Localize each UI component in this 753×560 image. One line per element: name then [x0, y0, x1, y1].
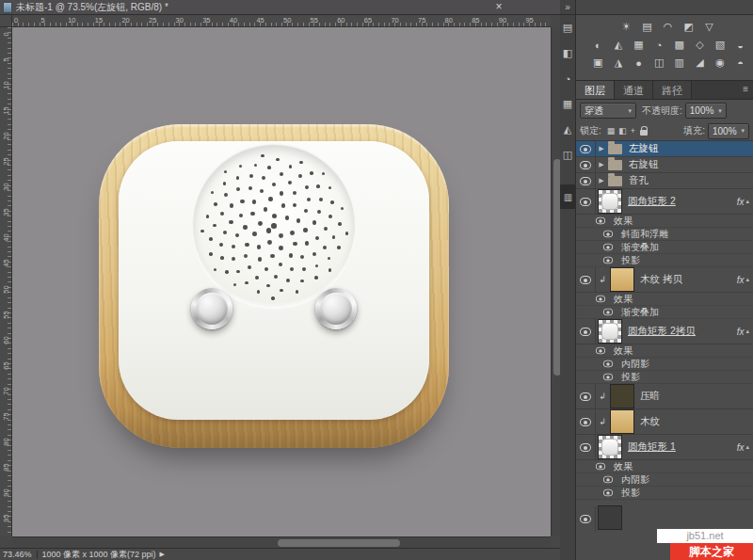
- adjustment-icon-9[interactable]: ◔: [650, 37, 668, 53]
- fx-badge[interactable]: fx: [737, 197, 746, 207]
- collapsed-panel-icon-4[interactable]: ▦: [560, 91, 575, 117]
- adjustment-icon-2[interactable]: ▤: [638, 19, 656, 35]
- visibility-toggle[interactable]: [576, 267, 596, 292]
- layer-name[interactable]: 压暗: [640, 390, 660, 403]
- layer-name[interactable]: 右旋钮: [629, 158, 659, 171]
- adjustment-icon-4[interactable]: ◩: [680, 19, 697, 35]
- fx-collapse-icon[interactable]: ▴: [745, 276, 753, 283]
- collapsed-panel-icon-2[interactable]: ◧: [560, 40, 575, 66]
- fx-collapse-icon[interactable]: ▴: [745, 198, 753, 205]
- eye-icon[interactable]: [596, 217, 605, 225]
- adjustment-icon-14[interactable]: ▣: [589, 55, 607, 71]
- layer-thumbnail[interactable]: [611, 268, 633, 291]
- effect-row[interactable]: 效果: [576, 215, 753, 228]
- eye-icon[interactable]: [596, 296, 605, 303]
- adjustment-icon-5[interactable]: ▽: [700, 19, 718, 35]
- eye-icon[interactable]: [596, 463, 605, 471]
- visibility-toggle[interactable]: [576, 435, 596, 459]
- eye-icon[interactable]: [603, 374, 613, 381]
- visibility-toggle[interactable]: [576, 157, 596, 172]
- adjustment-icon-11[interactable]: ◇: [691, 37, 709, 53]
- adjustment-icon-18[interactable]: ▥: [671, 55, 689, 71]
- adjustment-icon-19[interactable]: ◢: [691, 55, 709, 71]
- layer-name[interactable]: 木纹 拷贝: [640, 273, 682, 286]
- expand-triangle-icon[interactable]: ▶: [596, 177, 607, 184]
- collapsed-panel-icon-1[interactable]: ▤: [560, 15, 575, 40]
- eye-icon[interactable]: [603, 244, 613, 251]
- visibility-toggle[interactable]: [576, 189, 596, 214]
- layer-thumbnail[interactable]: [611, 410, 633, 433]
- layer-row[interactable]: ▶音孔: [576, 173, 753, 189]
- collapsed-panel-icon-5[interactable]: ◭: [560, 117, 575, 142]
- adjustment-icon-17[interactable]: ◫: [650, 55, 668, 71]
- adjustment-icon-20[interactable]: ◉: [712, 55, 729, 71]
- expand-triangle-icon[interactable]: ▶: [596, 161, 607, 168]
- eye-icon[interactable]: [603, 360, 613, 368]
- adjustment-icon-8[interactable]: ▦: [630, 37, 648, 53]
- adjustment-icon-10[interactable]: ▩: [671, 37, 689, 53]
- canvas[interactable]: [12, 27, 551, 536]
- expand-panels-icon[interactable]: »: [560, 0, 575, 15]
- layer-name[interactable]: 圆角矩形 2: [628, 195, 676, 208]
- layer-row[interactable]: 圆角矩形 2拷贝fx▴: [576, 319, 753, 344]
- layer-name[interactable]: 圆角矩形 2拷贝: [628, 325, 696, 338]
- collapsed-panel-tab[interactable]: ▥: [560, 184, 576, 209]
- tab-channels[interactable]: 通道: [615, 81, 653, 99]
- eye-icon[interactable]: [603, 489, 613, 497]
- visibility-toggle[interactable]: [576, 141, 596, 156]
- adjustment-icon-16[interactable]: ●: [630, 55, 648, 71]
- horizontal-scrollbar[interactable]: [12, 536, 551, 548]
- tab-layers[interactable]: 图层: [576, 81, 615, 99]
- lock-position-icon[interactable]: +: [631, 126, 635, 136]
- adjustment-icon-12[interactable]: ▧: [712, 37, 729, 53]
- layer-row[interactable]: ▶左旋钮: [576, 141, 753, 157]
- lock-transparent-pixels-icon[interactable]: ▦: [607, 126, 616, 136]
- adjustment-icon-1[interactable]: ☀: [617, 19, 635, 35]
- effect-row[interactable]: 内阴影: [576, 358, 753, 371]
- adjustment-icon-7[interactable]: ◭: [610, 37, 628, 53]
- layer-name[interactable]: 左旋钮: [629, 142, 659, 155]
- layer-thumbnail[interactable]: [599, 506, 621, 529]
- layer-thumbnail[interactable]: [599, 320, 621, 343]
- visibility-toggle[interactable]: [576, 173, 596, 188]
- fx-badge[interactable]: fx: [737, 275, 746, 285]
- effect-row[interactable]: 效果: [576, 344, 753, 358]
- effect-row[interactable]: 投影: [576, 371, 753, 384]
- layer-name[interactable]: 圆角矩形 1: [628, 440, 676, 454]
- layer-row[interactable]: ▶右旋钮: [576, 157, 753, 173]
- horizontal-scrollbar-thumb[interactable]: [278, 539, 400, 547]
- layer-thumbnail[interactable]: [611, 385, 633, 408]
- layer-thumbnail[interactable]: [599, 436, 621, 458]
- layer-row[interactable]: 圆角矩形 2fx▴: [576, 189, 753, 215]
- effect-row[interactable]: 效果: [576, 460, 753, 473]
- visibility-toggle[interactable]: [576, 409, 596, 434]
- effect-row[interactable]: 效果: [576, 293, 753, 306]
- visibility-toggle[interactable]: [576, 319, 596, 344]
- adjustment-icon-15[interactable]: ◮: [610, 55, 628, 71]
- opacity-dropdown[interactable]: 100% ▾: [685, 103, 727, 119]
- document-titlebar[interactable]: 未标题-1 @ 73.5%(左旋钮, RGB/8) *: [0, 0, 560, 15]
- effect-row[interactable]: 斜面和浮雕: [576, 228, 753, 241]
- layer-row[interactable]: ↲木纹: [576, 409, 753, 435]
- lock-all-icon[interactable]: [640, 130, 648, 136]
- effect-row[interactable]: 渐变叠加: [576, 306, 753, 319]
- eye-icon[interactable]: [603, 257, 613, 264]
- layer-row[interactable]: ↲压暗: [576, 384, 753, 409]
- lock-image-pixels-icon[interactable]: ◧: [618, 126, 627, 136]
- layer-row[interactable]: ↲木纹 拷贝fx▴: [576, 267, 753, 293]
- fx-collapse-icon[interactable]: ▴: [745, 328, 753, 335]
- visibility-toggle[interactable]: [576, 506, 596, 532]
- effect-row[interactable]: 投影: [576, 487, 753, 500]
- panel-menu-icon[interactable]: ≡: [738, 81, 753, 99]
- layer-thumbnail[interactable]: [599, 190, 621, 213]
- fill-dropdown[interactable]: 100% ▾: [708, 123, 749, 139]
- collapsed-panel-icon-6[interactable]: ◫: [560, 142, 575, 168]
- close-document-button[interactable]: ×: [491, 0, 506, 14]
- fx-badge[interactable]: fx: [737, 327, 746, 337]
- eye-icon[interactable]: [603, 231, 613, 238]
- zoom-level-field[interactable]: 73.46%: [3, 550, 32, 559]
- adjustment-icon-21[interactable]: ◓: [731, 55, 749, 71]
- effect-row[interactable]: 渐变叠加: [576, 241, 753, 254]
- collapsed-panel-icon-3[interactable]: ◔: [560, 66, 575, 91]
- adjustment-icon-13[interactable]: ◒: [731, 37, 749, 53]
